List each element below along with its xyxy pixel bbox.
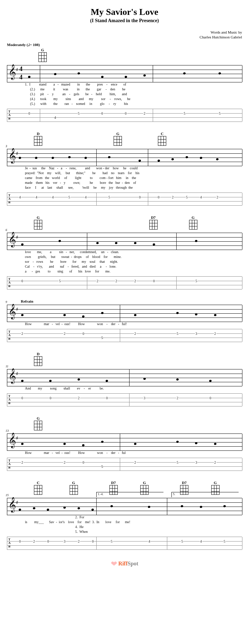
lyrics: 2. Foris my___ Sav - ior's love for me! … [25, 515, 242, 535]
chord-name: G [34, 215, 42, 220]
lyric-line: (2.) me it was in the gar - den he [25, 87, 242, 92]
chord-row: G [21, 416, 242, 433]
system-5: D 11𝄞♯And my song shall ev - er be.TAB00… [7, 352, 242, 406]
tab-fret: 3 [195, 331, 197, 335]
tab-fret: 2 [134, 279, 136, 283]
chord-name: C [158, 132, 166, 136]
brand-riff: Riff [118, 560, 128, 566]
staff: 15𝄞♯1.-4.5. [7, 498, 242, 515]
lyrics: How mar - vel - ous! How won - der - ful [25, 451, 242, 456]
tab-fret: 4 [200, 195, 202, 199]
tab-fret: 2 [176, 396, 179, 400]
chord-row: G D7 G [21, 215, 242, 233]
lyric-line: is my___ Sav - ior's love for me! 3. In … [25, 520, 242, 525]
tab-fret: 2 [21, 331, 24, 335]
tab-fret: 0 [106, 396, 108, 400]
song-title: My Savior's Love [7, 7, 242, 17]
tab-fret: 5 [183, 111, 186, 115]
tab-fret: 0 [91, 539, 94, 543]
staff: 9𝄞♯ [7, 305, 242, 322]
chord-name: G [38, 48, 47, 52]
tab-fret: 2 [214, 331, 216, 335]
chord-name: G [70, 481, 78, 485]
heart-icon: ❤ [111, 560, 117, 568]
tab-fret: 0 [158, 195, 160, 199]
lyrics: And my song shall ev - er be. [25, 386, 242, 391]
tab-staff: TAB04500255 [7, 109, 242, 122]
tab-label: TAB [8, 538, 11, 548]
tab-fret: 5 [68, 195, 71, 199]
tab-fret: 3 [63, 539, 66, 543]
chord-C: C [158, 132, 166, 146]
key-signature: ♯ [16, 500, 18, 506]
tab-label: TAB [8, 277, 11, 288]
system-1: G 𝄞♯441. I stand a - mazed in the pres -… [7, 48, 242, 122]
tab-fret: 4 [35, 195, 37, 199]
tab-fret: 2 [214, 460, 216, 464]
lyrics: Je - sus the Naz - a - rene, and won - d… [25, 166, 242, 190]
tab-fret: 2 [134, 460, 136, 464]
chord-diagram [34, 136, 42, 146]
chord-name: G [114, 132, 122, 136]
lyric-line: came from the world of light to com - fo… [25, 176, 242, 181]
ending-bracket: 1.-4. [96, 492, 163, 497]
lyric-line: 1. I stand a - mazed in the pres - ence … [25, 82, 242, 87]
chord-name: G [140, 481, 149, 485]
tab-fret: 2 [216, 195, 219, 199]
chord-G: G [189, 215, 197, 230]
chord-diagram [34, 485, 42, 495]
tab-fret: 5 [78, 111, 80, 115]
tab-label: TAB [8, 459, 11, 469]
chord-D: D [34, 352, 42, 366]
chord-name: D [34, 352, 42, 356]
chord-diagram [38, 52, 47, 62]
tab-fret: 0 [139, 195, 141, 199]
tab-staff: TAB22052532 [7, 458, 242, 471]
chord-name: D [34, 132, 42, 136]
tab-fret: 5 [181, 539, 183, 543]
system-7: C G D7 G D7 G 15𝄞♯1.-4.5. 2. Foris my___… [7, 481, 242, 550]
lyrics: love me, a sin - ner, condemned, un - cl… [25, 250, 242, 274]
chord-C: C [34, 481, 42, 495]
credits-line1: Words and Music by [211, 30, 242, 34]
footer-logo: ❤ RiffSpot [7, 560, 242, 569]
chord-G: G [70, 481, 78, 495]
lyric-line: (3.) pit - y an - gels be - held him, an… [25, 92, 242, 97]
system-3: G D7 G 6𝄞♯love me, a sin - ner, condemne… [7, 215, 242, 289]
lyric-line: face I at last shall see, 'twill be my j… [25, 186, 242, 190]
tab-fret: 2 [134, 331, 136, 335]
treble-clef-icon: 𝄞 [8, 367, 16, 384]
chord-name: D7 [149, 215, 158, 220]
lyric-line: (5.) with the ran - somed in glo - ry hi… [25, 102, 242, 107]
chord-row: G [21, 48, 242, 65]
tab-fret: 5 [59, 279, 61, 283]
lyric-line: made them his ver - y own; he bore the b… [25, 181, 242, 186]
tab-fret: 2 [143, 111, 146, 115]
lyric-line: How mar - vel - ous! How won - der - ful [25, 451, 242, 456]
chord-diagram [114, 136, 122, 146]
chord-D: D [34, 132, 42, 146]
treble-clef-icon: 𝄞 [8, 63, 16, 80]
tab-label: TAB [8, 194, 11, 204]
tab-fret: 2 [171, 195, 174, 199]
tab-staff: TAB22052532 [7, 329, 242, 342]
chord-G: G [34, 416, 42, 430]
key-signature: ♯ [16, 151, 18, 156]
tab-staff: TAB0522205 [7, 276, 242, 289]
chord-name: D7 [180, 481, 188, 485]
treble-clef-icon: 𝄞 [8, 147, 16, 164]
chord-diagram [70, 485, 78, 495]
tab-fret: 2 [78, 396, 80, 400]
lyric-line: 5. When [25, 530, 242, 535]
system-4: Refrain9𝄞♯How mar - vel - ous! How won -… [7, 299, 242, 342]
tab-fret: 5 [101, 464, 104, 468]
lyric-line: love me, a sin - ner, condemned, un - cl… [25, 250, 242, 255]
tab-label: TAB [8, 110, 11, 120]
tab-fret: 0 [82, 460, 85, 464]
tab-fret: 4 [52, 195, 54, 199]
system-2: D G C 3𝄞♯Je - sus the Naz - a - rene, an… [7, 132, 242, 206]
lyric-line: Cal - v'ry, and suf - fered, and died a … [25, 265, 242, 269]
tab-staff: TAB02032054545 [7, 537, 242, 550]
staff: 11𝄞♯ [7, 369, 242, 386]
tab-fret: 0 [209, 396, 212, 400]
